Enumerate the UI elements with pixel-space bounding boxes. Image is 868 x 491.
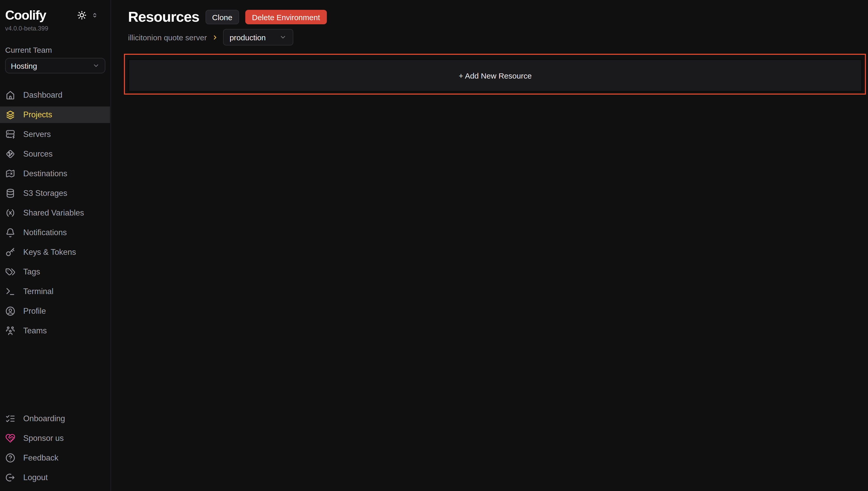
sidebar-item-shared-variables[interactable]: Shared Variables [0, 205, 110, 221]
sidebar-item-tags[interactable]: Tags [0, 264, 110, 280]
coolify-app: Coolify v4.0.0-beta.399 Current Team Hos… [0, 0, 868, 491]
sidebar: Coolify v4.0.0-beta.399 Current Team Hos… [0, 0, 111, 491]
sidebar-nav: Dashboard Projects Servers Sources Desti… [0, 87, 110, 339]
main-content: Resources Clone Delete Environment illic… [112, 0, 868, 491]
help-circle-icon [5, 453, 16, 463]
terminal-icon [5, 286, 16, 297]
sidebar-spacer [5, 339, 105, 410]
layers-icon [5, 110, 16, 120]
sidebar-item-feedback[interactable]: Feedback [0, 450, 110, 466]
chevron-down-icon [279, 34, 286, 41]
sidebar-header: Coolify [5, 7, 105, 23]
home-icon [5, 90, 16, 100]
sidebar-header-icons [77, 10, 98, 20]
sidebar-item-dashboard[interactable]: Dashboard [0, 87, 110, 104]
user-circle-icon [5, 306, 16, 316]
checklist-icon [5, 413, 16, 424]
sidebar-item-s3-storages[interactable]: S3 Storages [0, 185, 110, 202]
environment-select[interactable]: production [223, 29, 293, 46]
current-team-label: Current Team [5, 46, 105, 54]
breadcrumb: illicitonion quote server production [112, 25, 868, 46]
chevron-down-icon [92, 62, 100, 69]
braces-variable-icon [5, 208, 16, 218]
page-title: Resources [128, 9, 199, 25]
bell-icon [5, 227, 16, 238]
sidebar-item-servers[interactable]: Servers [0, 126, 110, 143]
tags-icon [5, 267, 16, 277]
sidebar-item-teams[interactable]: Teams [0, 322, 110, 339]
clone-button[interactable]: Clone [206, 10, 239, 24]
page-header: Resources Clone Delete Environment [112, 0, 868, 25]
sidebar-item-onboarding[interactable]: Onboarding [0, 410, 110, 427]
team-select[interactable]: Hosting [5, 58, 105, 74]
sidebar-item-profile[interactable]: Profile [0, 303, 110, 319]
sidebar-item-projects[interactable]: Projects [0, 107, 110, 123]
git-branch-icon [5, 149, 16, 159]
theme-toggle-sun-icon[interactable] [77, 10, 87, 20]
sidebar-collapse-chevrons-icon[interactable] [91, 11, 98, 18]
users-icon [5, 326, 16, 336]
sidebar-item-notifications[interactable]: Notifications [0, 224, 110, 241]
sidebar-item-terminal[interactable]: Terminal [0, 283, 110, 300]
sidebar-item-logout[interactable]: Logout [0, 469, 110, 486]
logout-icon [5, 472, 16, 483]
sidebar-item-sponsor-us[interactable]: Sponsor us [0, 430, 110, 446]
map-icon [5, 169, 16, 179]
database-icon [5, 188, 16, 199]
chevron-right-icon [212, 34, 218, 40]
sidebar-footer-nav: Onboarding Sponsor us Feedback Logout [0, 410, 110, 486]
heart-handshake-icon [5, 433, 16, 443]
breadcrumb-project-link[interactable]: illicitonion quote server [128, 33, 207, 41]
environment-select-value: production [229, 33, 266, 41]
app-logo: Coolify [5, 7, 46, 23]
add-new-resource-button[interactable]: + Add New Resource [128, 59, 862, 92]
sidebar-item-destinations[interactable]: Destinations [0, 165, 110, 182]
key-icon [5, 247, 16, 257]
team-select-value: Hosting [11, 61, 37, 70]
sidebar-item-keys-tokens[interactable]: Keys & Tokens [0, 244, 110, 260]
server-icon [5, 129, 16, 140]
app-version: v4.0.0-beta.399 [5, 25, 105, 32]
sidebar-item-sources[interactable]: Sources [0, 146, 110, 162]
delete-environment-button[interactable]: Delete Environment [245, 10, 327, 24]
